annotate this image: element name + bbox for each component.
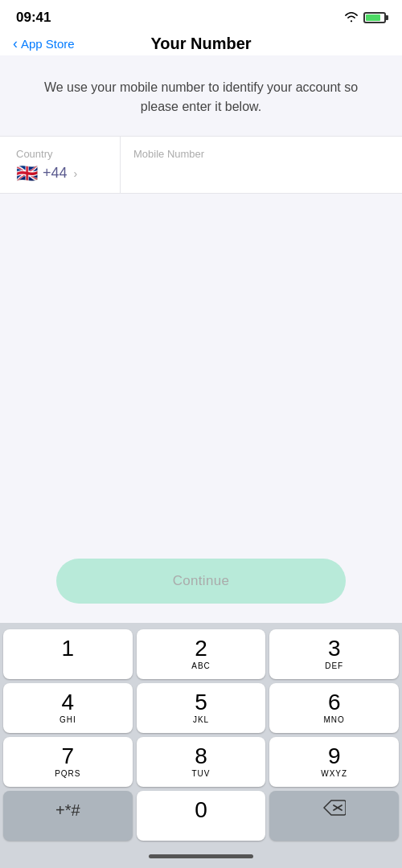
key-5[interactable]: 5 JKL (137, 683, 266, 733)
continue-button[interactable]: Continue (56, 559, 346, 604)
spacer (0, 194, 402, 542)
keyboard-row-4: +*# 0 (3, 791, 399, 841)
status-icons (344, 11, 386, 25)
key-special[interactable]: +*# (3, 791, 133, 841)
wifi-icon (344, 11, 359, 25)
page-header: Your Number (0, 35, 402, 53)
country-label: Country (16, 148, 107, 160)
keyboard-row-3: 7 PQRS 8 TUV 9 WXYZ (3, 737, 399, 787)
keyboard-row-2: 4 GHI 5 JKL 6 MNO (3, 683, 399, 733)
key-4[interactable]: 4 GHI (3, 683, 133, 733)
key-2[interactable]: 2 ABC (137, 629, 266, 679)
status-bar: 09:41 (0, 0, 402, 29)
phone-section: Country 🇬🇧 +44 › Mobile Number (0, 136, 402, 194)
country-selector[interactable]: Country 🇬🇧 +44 › (16, 137, 121, 193)
mobile-label: Mobile Number (133, 148, 386, 160)
key-8[interactable]: 8 TUV (137, 737, 266, 787)
page-title: Your Number (150, 35, 251, 52)
continue-area: Continue (0, 542, 402, 623)
country-value: 🇬🇧 +44 › (16, 165, 107, 182)
phone-row: Country 🇬🇧 +44 › Mobile Number (16, 137, 386, 193)
description-text: We use your mobile number to identify yo… (26, 78, 376, 117)
mobile-col: Mobile Number (121, 137, 386, 193)
content-area: We use your mobile number to identify yo… (0, 55, 402, 623)
key-7[interactable]: 7 PQRS (3, 737, 133, 787)
key-1[interactable]: 1 (3, 629, 133, 679)
special-symbols: +*# (55, 802, 80, 818)
key-9[interactable]: 9 WXYZ (269, 737, 399, 787)
chevron-right-icon: › (74, 167, 78, 180)
key-6[interactable]: 6 MNO (269, 683, 399, 733)
home-indicator (0, 848, 402, 868)
description-area: We use your mobile number to identify yo… (0, 55, 402, 136)
battery-icon (363, 12, 386, 23)
nav-bar: ‹ App Store Your Number (0, 29, 402, 55)
mobile-number-input[interactable] (133, 165, 386, 182)
uk-flag-icon: 🇬🇧 (16, 165, 38, 182)
keyboard-row-1: 1 2 ABC 3 DEF (3, 629, 399, 679)
key-0[interactable]: 0 (137, 791, 266, 841)
key-delete[interactable] (269, 791, 399, 841)
key-3[interactable]: 3 DEF (269, 629, 399, 679)
keyboard: 1 2 ABC 3 DEF 4 GHI 5 JKL 6 MNO 7 PQRS (0, 623, 402, 848)
delete-icon (323, 800, 346, 821)
home-bar (149, 854, 253, 858)
country-code: +44 (43, 165, 68, 182)
status-time: 09:41 (16, 10, 51, 26)
